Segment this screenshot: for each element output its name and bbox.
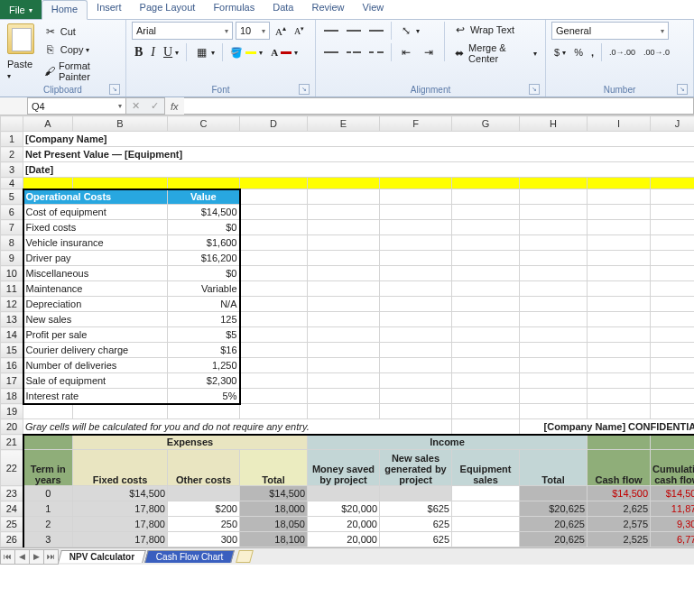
- cell[interactable]: $200: [168, 501, 240, 517]
- cell[interactable]: [452, 532, 520, 547]
- cell[interactable]: Sale of equipment: [23, 373, 168, 389]
- align-center-button[interactable]: [344, 44, 364, 60]
- fx-label[interactable]: fx: [165, 97, 184, 115]
- cell[interactable]: $14,500: [651, 486, 695, 501]
- cell[interactable]: Total: [240, 450, 308, 486]
- col-header-H[interactable]: H: [520, 116, 588, 132]
- cell[interactable]: Depreciation: [23, 297, 168, 312]
- cell[interactable]: $20,000: [308, 501, 380, 517]
- row-header-26[interactable]: 26: [1, 532, 23, 547]
- clipboard-launcher[interactable]: ↘: [109, 84, 120, 95]
- decrease-indent-button[interactable]: ⇤: [396, 44, 416, 60]
- cell[interactable]: $625: [380, 501, 452, 517]
- cell[interactable]: 9,300: [651, 517, 695, 532]
- cell[interactable]: 3: [23, 532, 73, 547]
- cell[interactable]: 2: [23, 517, 73, 532]
- cell[interactable]: $14,500: [73, 486, 168, 501]
- row-header-6[interactable]: 6: [1, 205, 23, 220]
- col-header-B[interactable]: B: [73, 116, 168, 132]
- number-format-select[interactable]: General▾: [551, 22, 669, 40]
- cut-button[interactable]: ✂Cut: [41, 23, 120, 40]
- cell[interactable]: 2,575: [588, 517, 651, 532]
- row-header-25[interactable]: 25: [1, 517, 23, 532]
- cell[interactable]: Total: [520, 450, 588, 486]
- row-header-13[interactable]: 13: [1, 312, 23, 327]
- row-header-8[interactable]: 8: [1, 235, 23, 251]
- row-header-12[interactable]: 12: [1, 297, 23, 312]
- align-middle-button[interactable]: [344, 23, 364, 39]
- row-header-3[interactable]: 3: [1, 162, 23, 178]
- cell[interactable]: Profit per sale: [23, 327, 168, 343]
- cell[interactable]: 2,625: [588, 501, 651, 517]
- cell[interactable]: [23, 435, 73, 450]
- row-header-5[interactable]: 5: [1, 189, 23, 205]
- cell[interactable]: [651, 435, 695, 450]
- cell[interactable]: Cost of equipment: [23, 205, 168, 220]
- cell[interactable]: [Date]: [23, 162, 695, 178]
- cell[interactable]: 17,800: [73, 501, 168, 517]
- borders-button[interactable]: ▦▾: [191, 44, 217, 60]
- row-header-20[interactable]: 20: [1, 419, 23, 435]
- cell[interactable]: $16,200: [168, 251, 240, 266]
- tab-home[interactable]: Home: [42, 0, 88, 20]
- sheet-tab-npv[interactable]: NPV Calculator: [58, 550, 146, 563]
- cell[interactable]: [520, 486, 588, 501]
- underline-button[interactable]: U▾: [161, 44, 181, 60]
- cell[interactable]: $14,500: [168, 205, 240, 220]
- cell[interactable]: [452, 501, 520, 517]
- formula-bar[interactable]: [184, 97, 694, 115]
- cell[interactable]: 17,800: [73, 532, 168, 547]
- cell[interactable]: 11,875: [651, 501, 695, 517]
- font-size-select[interactable]: 10▾: [236, 22, 270, 40]
- row-header-18[interactable]: 18: [1, 389, 23, 404]
- orientation-button[interactable]: ⤡▾: [396, 23, 422, 39]
- cell[interactable]: [588, 435, 651, 450]
- col-header-I[interactable]: I: [588, 116, 651, 132]
- cell[interactable]: Term in years: [23, 450, 73, 486]
- increase-indent-button[interactable]: ⇥: [419, 44, 439, 60]
- tab-data[interactable]: Data: [264, 0, 302, 19]
- row-header-9[interactable]: 9: [1, 251, 23, 266]
- cell[interactable]: Money saved by project: [308, 450, 380, 486]
- cell[interactable]: $0: [168, 220, 240, 235]
- accounting-format-button[interactable]: $▾: [551, 46, 569, 59]
- increase-decimal-button[interactable]: .0→.00: [606, 47, 638, 58]
- cell[interactable]: Number of deliveries: [23, 358, 168, 373]
- sheet-nav-prev[interactable]: ◀: [14, 549, 30, 565]
- cell[interactable]: Driver pay: [23, 251, 168, 266]
- file-tab[interactable]: File▾: [0, 0, 42, 19]
- copy-button[interactable]: ⎘Copy ▾: [41, 41, 120, 58]
- fill-color-button[interactable]: 🪣▾: [227, 46, 265, 60]
- sheet-tab-cashflow[interactable]: Cash Flow Chart: [144, 550, 235, 563]
- cell[interactable]: Maintenance: [23, 281, 168, 297]
- row-header-2[interactable]: 2: [1, 147, 23, 162]
- cell[interactable]: $16: [168, 343, 240, 358]
- paste-button[interactable]: Paste ▾: [5, 22, 37, 82]
- cell[interactable]: 5%: [168, 389, 240, 404]
- tab-formulas[interactable]: Formulas: [204, 0, 264, 19]
- cell[interactable]: N/A: [168, 297, 240, 312]
- col-header-J[interactable]: J: [651, 116, 695, 132]
- col-header-G[interactable]: G: [452, 116, 520, 132]
- cell[interactable]: 20,000: [308, 517, 380, 532]
- sheet-nav-last[interactable]: ⏭: [43, 549, 59, 565]
- cell[interactable]: [168, 486, 240, 501]
- cell[interactable]: 6,775: [651, 532, 695, 547]
- row-header-23[interactable]: 23: [1, 486, 23, 501]
- cell[interactable]: 125: [168, 312, 240, 327]
- row-header-17[interactable]: 17: [1, 373, 23, 389]
- cell[interactable]: 1: [23, 501, 73, 517]
- merge-center-button[interactable]: ⬌Merge & Center ▾: [450, 41, 540, 65]
- cell[interactable]: [380, 486, 452, 501]
- number-launcher[interactable]: ↘: [677, 84, 688, 95]
- cell[interactable]: $14,500: [240, 486, 308, 501]
- cell[interactable]: Cumulative cash flow: [651, 450, 695, 486]
- cell[interactable]: 20,000: [308, 532, 380, 547]
- row-header-19[interactable]: 19: [1, 404, 23, 419]
- row-header-15[interactable]: 15: [1, 343, 23, 358]
- bold-button[interactable]: B: [132, 44, 145, 60]
- cell[interactable]: Cash flow: [588, 450, 651, 486]
- cell[interactable]: $5: [168, 327, 240, 343]
- wrap-text-button[interactable]: ↩Wrap Text: [450, 22, 540, 38]
- cell[interactable]: New sales generated by project: [380, 450, 452, 486]
